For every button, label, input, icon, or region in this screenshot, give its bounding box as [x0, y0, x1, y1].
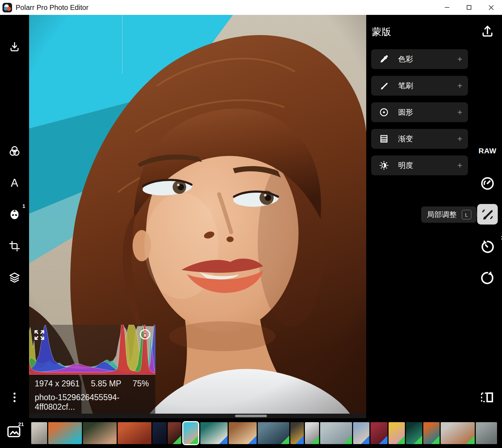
- left-toolbar: A1: [0, 15, 29, 418]
- mask-tool-brush-button[interactable]: 笔刷+: [371, 76, 468, 96]
- toolbar-crop-button[interactable]: [6, 238, 23, 255]
- image-megapixels: 5.85 MP: [91, 379, 121, 389]
- filmstrip-thumbnail[interactable]: [305, 422, 319, 444]
- crop-icon: [9, 240, 21, 252]
- toolbar-layers-button[interactable]: [6, 269, 23, 286]
- panel-title: 蒙版: [372, 25, 391, 38]
- filmstrip-thumbnail-selected[interactable]: [182, 421, 199, 445]
- mask-tool-label: 笔刷: [398, 81, 413, 91]
- filmstrip-thumbnail[interactable]: [168, 422, 181, 444]
- filmstrip-thumbnail[interactable]: [83, 422, 117, 444]
- filmstrip-thumbnail[interactable]: [229, 422, 257, 444]
- filmstrip-thumbnail[interactable]: [476, 422, 497, 444]
- edited-marker-green: [190, 436, 198, 444]
- shortcut-key: L: [462, 210, 472, 220]
- add-mask-button[interactable]: +: [457, 107, 462, 117]
- redo-icon: [480, 270, 495, 286]
- scrollbar-thumb[interactable]: [235, 415, 267, 417]
- filmstrip-thumbnail[interactable]: [290, 422, 304, 444]
- close-icon: [489, 5, 494, 10]
- mask-tool-luminance-button[interactable]: 明度+: [371, 155, 468, 175]
- photo-count-badge: 21: [18, 421, 24, 427]
- face-icon: [9, 208, 21, 220]
- export-button[interactable]: [480, 24, 495, 39]
- filmstrip-thumbnail[interactable]: [118, 422, 151, 444]
- mask-tool-color-button[interactable]: 色彩+: [371, 49, 468, 69]
- mask-tool-label: 明度: [398, 160, 413, 170]
- compare-button[interactable]: [480, 390, 495, 405]
- toolbar-filters-button[interactable]: [6, 143, 23, 160]
- edited-marker-green: [431, 436, 440, 444]
- window-title: Polarr Pro Photo Editor: [16, 4, 89, 12]
- brush-icon: [379, 81, 389, 91]
- edited-marker-green: [344, 436, 352, 444]
- histogram-chart: [29, 325, 155, 375]
- local-adjustments-button[interactable]: [477, 204, 498, 225]
- filmstrip-thumbnail[interactable]: [258, 422, 289, 444]
- radial-icon: [379, 107, 389, 117]
- compare-icon: [480, 390, 495, 405]
- image-dimensions: 1974 x 2961: [35, 379, 80, 389]
- eyedropper-icon: [379, 54, 389, 64]
- filmstrip-thumbnail[interactable]: [200, 422, 228, 444]
- edited-marker-green: [281, 436, 289, 444]
- local-adjust-brush-icon: [480, 207, 495, 221]
- filmstrip-thumbnail[interactable]: [152, 422, 167, 444]
- undo-count-badge: 12: [501, 235, 502, 240]
- add-mask-button[interactable]: +: [457, 81, 462, 91]
- filmstrip-thumbnail[interactable]: [389, 422, 405, 444]
- text-tool-icon: A: [9, 177, 21, 189]
- edited-marker-blue: [248, 436, 257, 444]
- filmstrip: 21: [0, 418, 502, 448]
- toolbar-import-button[interactable]: [6, 39, 23, 56]
- photo-library-button[interactable]: 21: [6, 424, 22, 440]
- horizontal-scrollbar[interactable]: [29, 414, 366, 418]
- canvas-area: 1974 x 2961 5.85 MP 75% photo-1529626455…: [29, 15, 366, 418]
- undo-icon: [480, 239, 495, 255]
- download-icon: [9, 41, 21, 53]
- add-mask-button[interactable]: +: [457, 134, 462, 144]
- raw-indicator[interactable]: RAW: [479, 147, 497, 155]
- minimize-icon: [445, 5, 450, 10]
- reset-button[interactable]: [480, 270, 495, 286]
- layers-icon: [9, 272, 21, 284]
- titlebar: Polarr Pro Photo Editor: [0, 0, 502, 15]
- local-adjustments-tooltip: 局部调整 L: [421, 206, 476, 223]
- undo-history-button[interactable]: 12: [473, 239, 502, 255]
- add-mask-button[interactable]: +: [457, 54, 462, 64]
- maximize-button[interactable]: [458, 0, 480, 15]
- zoom-level: 75%: [133, 379, 149, 389]
- mask-tool-label: 渐变: [398, 134, 413, 144]
- right-panel: 蒙版 色彩+笔刷+圆形+渐变+明度+ 局部调整 L RAW: [366, 15, 502, 418]
- filmstrip-thumbnail[interactable]: [406, 422, 422, 444]
- filmstrip-thumbnail[interactable]: [370, 422, 387, 444]
- close-button[interactable]: [480, 0, 502, 15]
- mask-tool-gradient-button[interactable]: 渐变+: [371, 129, 468, 149]
- filmstrip-thumbnail[interactable]: [441, 422, 475, 444]
- app-logo-icon: [2, 3, 12, 12]
- info-icon[interactable]: [139, 328, 151, 340]
- filmstrip-thumbnail[interactable]: [31, 422, 47, 444]
- maximize-icon: [467, 5, 472, 10]
- add-mask-button[interactable]: +: [457, 160, 462, 170]
- expand-icon[interactable]: [33, 329, 45, 341]
- filmstrip-thumbnail[interactable]: [48, 422, 82, 444]
- edited-marker-blue: [361, 436, 369, 444]
- filmstrip-thumbnail[interactable]: [353, 422, 369, 444]
- mask-tool-radial-button[interactable]: 圆形+: [371, 102, 468, 122]
- toolbar-more-button[interactable]: [6, 389, 23, 406]
- svg-text:A: A: [11, 177, 18, 189]
- histogram-panel: [29, 325, 155, 375]
- filmstrip-thumbnail[interactable]: [423, 422, 440, 444]
- dial-tool-button[interactable]: [480, 176, 495, 191]
- edited-marker-green: [173, 436, 181, 444]
- color-circles-icon: [9, 145, 21, 157]
- toolbar-text-button[interactable]: A: [6, 175, 23, 192]
- export-icon: [480, 24, 495, 39]
- luminance-icon: [379, 160, 389, 170]
- edited-marker-green: [396, 436, 405, 444]
- edited-marker-blue: [295, 436, 304, 444]
- minimize-button[interactable]: [436, 0, 458, 15]
- filmstrip-thumbnail[interactable]: [320, 422, 352, 444]
- toolbar-overlays-button[interactable]: 1: [6, 206, 23, 223]
